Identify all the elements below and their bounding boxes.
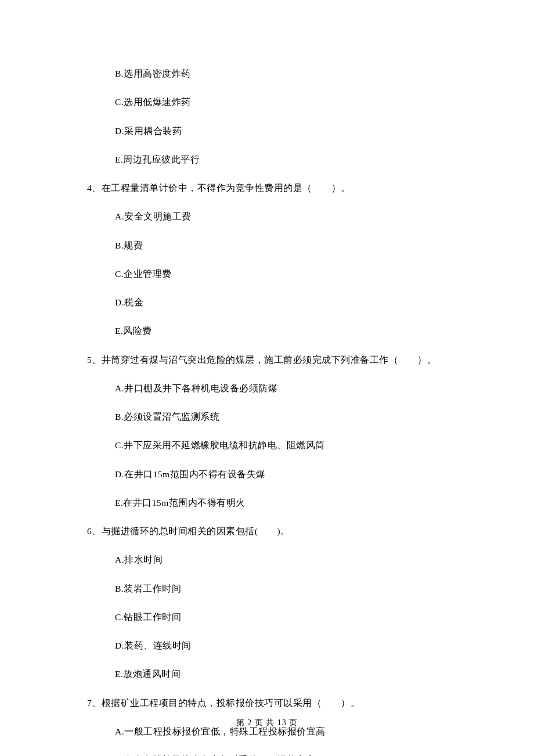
q4-option-c: C.企业管理费: [87, 267, 447, 280]
q5-option-c: C.井下应采用不延燃橡胶电缆和抗静电、阻燃风筒: [87, 438, 447, 452]
q6-option-b: B.装岩工作时间: [87, 582, 447, 595]
q4-option-b: B.规费: [87, 239, 447, 252]
q3-option-b: B.选用高密度炸药: [87, 67, 447, 80]
q4-option-a: A.安全文明施工费: [87, 210, 447, 223]
page-content: B.选用高密度炸药 C.选用低爆速炸药 D.采用耦合装药 E.周边孔应彼此平行 …: [0, 0, 534, 756]
q6-option-a: A.排水时间: [87, 553, 447, 566]
q4-stem: 4、在工程量清单计价中，不得作为竞争性费用的是（ ）。: [87, 181, 447, 195]
q7-stem: 7、根据矿业工程项目的特点，投标报价技巧可以采用（ ）。: [87, 696, 447, 710]
q4-option-d: D.税金: [87, 296, 447, 309]
q5-option-e: E.在井口15m范围内不得有明火: [87, 496, 447, 509]
q3-option-c: C.选用低爆速炸药: [87, 95, 447, 109]
q4-option-e: E.风险费: [87, 324, 447, 337]
q6-option-e: E.放炮通风时间: [87, 667, 447, 681]
q5-stem: 5、井筒穿过有煤与沼气突出危险的煤层，施工前必须完成下列准备工作（ ）。: [87, 353, 447, 366]
q6-stem: 6、与掘进循环的总时间相关的因素包括( )。: [87, 524, 447, 538]
q3-option-e: E.周边孔应彼此平行: [87, 153, 447, 166]
page-footer: 第 2 页 共 13 页: [0, 718, 534, 728]
q3-option-d: D.采用耦合装药: [87, 124, 447, 138]
q6-option-c: C.钻眼工作时间: [87, 610, 447, 624]
q5-option-b: B.必须设置沼气监测系统: [87, 410, 447, 423]
q5-option-a: A.井口棚及井下各种机电设备必须防爆: [87, 381, 447, 395]
q6-option-d: D.装药、连线时间: [87, 639, 447, 652]
q7-option-b: B.自身有特长又较少有竞争对手的项目报价宜高: [87, 753, 447, 756]
q5-option-d: D.在井口15m范围内不得有设备失爆: [87, 467, 447, 481]
